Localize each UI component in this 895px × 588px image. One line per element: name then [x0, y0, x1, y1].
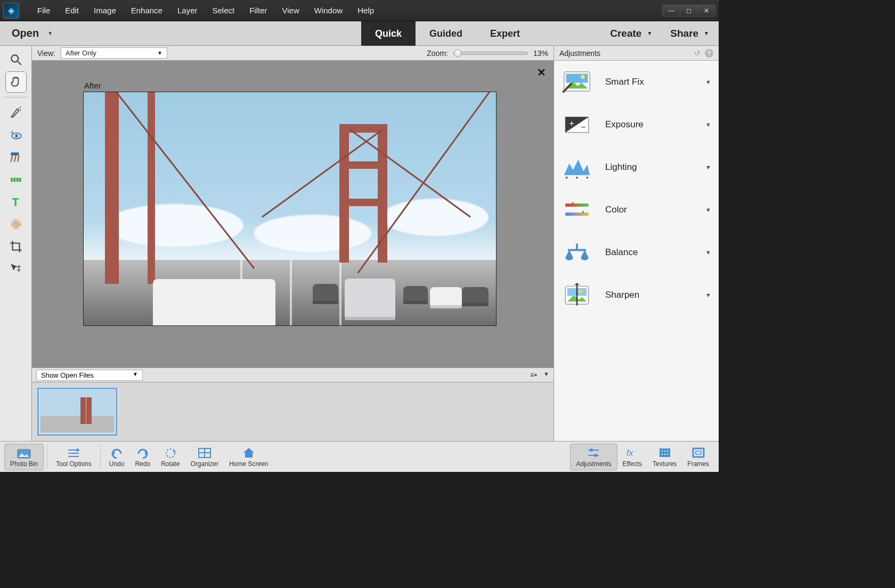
chevron-down-icon: ▼ [705, 121, 711, 128]
create-button[interactable]: Create▼ [610, 28, 652, 39]
image-canvas[interactable] [83, 92, 497, 326]
organizer-button[interactable]: Organizer [185, 444, 224, 470]
adj-smart-fix[interactable]: Smart Fix ▼ [554, 61, 719, 103]
svg-rect-26 [565, 203, 588, 207]
list-options-icon[interactable]: ≡• [530, 371, 537, 379]
menu-file[interactable]: File [30, 3, 58, 18]
rotate-button[interactable]: Rotate [156, 444, 185, 470]
menu-layer[interactable]: Layer [170, 3, 205, 18]
help-icon[interactable]: ? [705, 49, 713, 58]
tool-hand[interactable] [5, 71, 27, 93]
adj-label: Color [605, 205, 693, 215]
tool-crop[interactable] [5, 236, 27, 257]
adj-sharpen[interactable]: Sharpen ▼ [554, 274, 719, 316]
tool-redeye[interactable]: + [5, 124, 27, 145]
secondary-bar: Open ▼ Quick Guided Expert Create▼ Share… [0, 21, 719, 46]
btn-label: Textures [653, 460, 677, 468]
menu-image[interactable]: Image [86, 3, 124, 18]
menu-edit[interactable]: Edit [58, 3, 86, 18]
chevron-down-icon: ▼ [705, 79, 711, 85]
svg-rect-8 [11, 152, 19, 155]
svg-rect-54 [696, 451, 701, 454]
menu-view[interactable]: View [275, 3, 307, 18]
view-bar: View: After Only ▼ Zoom: 13% [32, 46, 554, 61]
tool-spot-heal[interactable] [5, 214, 27, 235]
svg-point-7 [15, 134, 18, 137]
tool-straighten[interactable] [5, 169, 27, 190]
btn-label: Tool Options [56, 460, 92, 468]
open-label: Open [12, 27, 39, 39]
color-icon [562, 197, 592, 223]
close-button[interactable]: ✕ [697, 5, 715, 17]
tool-move[interactable] [5, 258, 27, 280]
tool-zoom[interactable] [5, 49, 27, 70]
adjustments-panel: Adjustments ↺ ? Smart Fix ▼ +− Exposure … [554, 46, 719, 441]
center-column: View: After Only ▼ Zoom: 13% ✕ After [32, 46, 554, 441]
adj-balance[interactable]: Balance ▼ [554, 231, 719, 274]
view-select[interactable]: After Only ▼ [61, 47, 167, 59]
btn-label: Frames [687, 460, 709, 468]
close-document-button[interactable]: ✕ [537, 66, 546, 79]
tool-options-button[interactable]: Tool Options [51, 444, 97, 470]
lighting-icon [562, 154, 592, 180]
photo-bin-button[interactable]: Photo Bin [4, 444, 44, 470]
photo-thumbnail[interactable] [37, 388, 117, 436]
menubar: ◈ File Edit Image Enhance Layer Select F… [0, 0, 719, 21]
menu-select[interactable]: Select [205, 3, 242, 18]
open-button[interactable]: Open ▼ [0, 21, 64, 45]
chevron-down-icon: ▼ [705, 164, 711, 170]
chevron-down-icon: ▼ [705, 207, 711, 213]
svg-rect-27 [565, 213, 588, 216]
tab-guided[interactable]: Guided [416, 21, 476, 46]
right-actions: Create▼ Share▼ [610, 21, 719, 45]
menu-help[interactable]: Help [350, 3, 381, 18]
zoom-slider[interactable] [453, 52, 528, 55]
svg-point-0 [11, 55, 18, 62]
adj-lighting[interactable]: Lighting ▼ [554, 146, 719, 189]
svg-rect-46 [660, 448, 670, 457]
divider [100, 445, 101, 469]
adj-label: Smart Fix [605, 77, 693, 87]
home-screen-button[interactable]: Home Screen [224, 444, 273, 470]
adj-color[interactable]: Color ▼ [554, 189, 719, 231]
btn-label: Redo [135, 460, 150, 468]
share-button[interactable]: Share▼ [670, 28, 709, 39]
undo-button[interactable]: Undo [104, 444, 130, 470]
redo-button[interactable]: Redo [129, 444, 156, 470]
toolbox: + T [0, 46, 32, 441]
svg-point-3 [20, 110, 21, 111]
btn-label: Photo Bin [10, 460, 38, 468]
menu-enhance[interactable]: Enhance [124, 3, 170, 18]
tool-whiten-teeth[interactable] [5, 146, 27, 168]
zoom-slider-thumb[interactable] [454, 50, 461, 57]
effects-tab-button[interactable]: fx Effects [617, 444, 647, 470]
svg-point-32 [579, 289, 583, 293]
maximize-button[interactable]: ◻ [680, 5, 698, 17]
chevron-down-icon: ▼ [133, 371, 138, 379]
reset-icon[interactable]: ↺ [694, 49, 701, 58]
tool-quick-selection[interactable] [5, 102, 27, 123]
adjustments-tab-button[interactable]: Adjustments [570, 444, 617, 470]
svg-point-50 [661, 453, 662, 454]
frames-tab-button[interactable]: Frames [682, 444, 714, 470]
balance-icon [562, 240, 592, 265]
chevron-down-icon: ▼ [705, 249, 711, 256]
view-label: View: [37, 49, 55, 58]
sharpen-icon [562, 282, 592, 308]
textures-tab-button[interactable]: Textures [647, 444, 682, 470]
bin-select[interactable]: Show Open Files ▼ [36, 370, 143, 381]
menu-window[interactable]: Window [307, 3, 350, 18]
tab-expert[interactable]: Expert [476, 21, 534, 46]
tool-text[interactable]: T [5, 191, 27, 213]
collapse-icon[interactable]: ▼ [543, 371, 549, 379]
menu-filter[interactable]: Filter [242, 3, 274, 18]
btn-label: Effects [623, 460, 642, 468]
minimize-button[interactable]: — [662, 5, 680, 17]
svg-point-48 [664, 450, 665, 451]
svg-text:−: − [581, 123, 585, 132]
btn-label: Home Screen [229, 460, 268, 468]
btn-label: Organizer [190, 460, 218, 468]
photo-bin-bar: Show Open Files ▼ ≡• ▼ [32, 368, 554, 382]
adj-exposure[interactable]: +− Exposure ▼ [554, 103, 719, 146]
tab-quick[interactable]: Quick [361, 21, 416, 46]
